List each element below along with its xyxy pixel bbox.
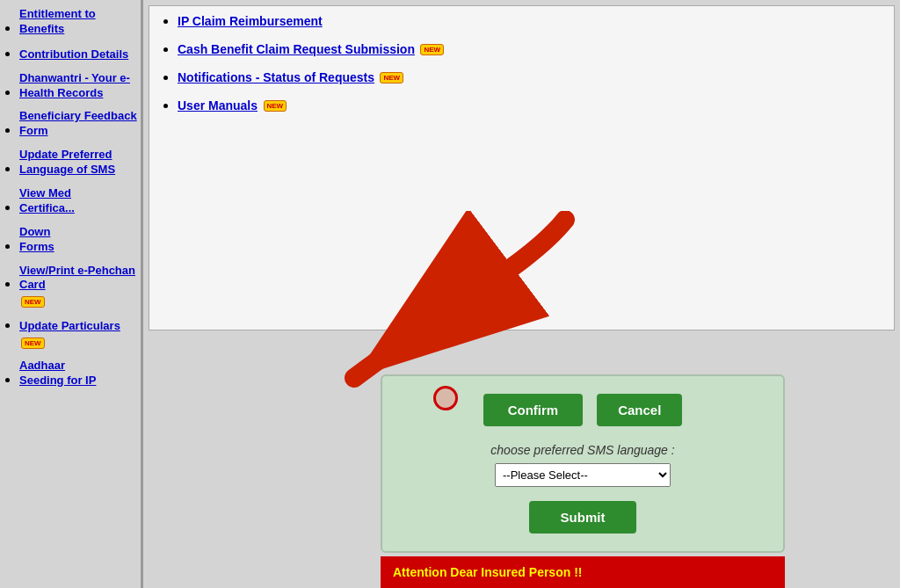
list-item: User Manuals NEW (178, 98, 883, 113)
sidebar-item-contribution[interactable]: Contribution Details (19, 47, 128, 62)
list-item: IP Claim Reimbursement (178, 13, 883, 29)
sidebar-item-update-language[interactable]: Update Preferred Language of SMS (19, 148, 137, 178)
language-label: choose preferred SMS language : (490, 443, 674, 457)
submit-button[interactable]: Submit (529, 501, 637, 534)
list-item: Notifications - Status of Requests NEW (178, 69, 883, 85)
ip-claim-link[interactable]: IP Claim Reimbursement (178, 14, 323, 28)
sidebar-item-dhanwantri[interactable]: Dhanwantri - Your e-Health Records (19, 71, 137, 101)
list-item: Cash Benefit Claim Request Submission NE… (178, 41, 883, 57)
sidebar-nav: Entitlement to Benefits Contribution Det… (4, 7, 137, 388)
new-badge: NEW (264, 100, 287, 112)
list-item: View MedCertifica... (19, 186, 137, 216)
cancel-button[interactable]: Cancel (597, 394, 682, 426)
list-item: View/Print e-Pehchan Card NEW (19, 264, 137, 309)
list-item: Dhanwantri - Your e-Health Records (19, 71, 137, 101)
main-content: IP Claim Reimbursement Cash Benefit Clai… (143, 0, 900, 588)
new-badge: NEW (21, 296, 45, 308)
top-panel: IP Claim Reimbursement Cash Benefit Clai… (149, 5, 895, 330)
main-links-list: IP Claim Reimbursement Cash Benefit Clai… (160, 13, 883, 113)
sidebar-item-aadhaar[interactable]: AadhaarSeeding for IP (19, 359, 96, 388)
new-badge: NEW (380, 72, 403, 83)
sidebar-item-beneficiary[interactable]: Beneficiary Feedback Form (19, 109, 137, 139)
cash-benefit-link[interactable]: Cash Benefit Claim Request Submission (178, 42, 415, 56)
attention-banner: Attention Dear Insured Person !! (381, 556, 785, 588)
new-badge: NEW (21, 338, 45, 349)
list-item: Update Preferred Language of SMS (19, 148, 137, 178)
user-manuals-link[interactable]: User Manuals (178, 98, 258, 113)
cursor-indicator (433, 386, 458, 410)
sidebar-item-view-pehchan[interactable]: View/Print e-Pehchan Card (19, 264, 137, 294)
language-select[interactable]: --Please Select-- English Hindi Marathi … (495, 463, 671, 487)
attention-text: Attention Dear Insured Person !! (393, 565, 582, 579)
sidebar-item-update-particulars[interactable]: Update Particulars (19, 319, 120, 334)
new-badge: NEW (420, 44, 444, 55)
notifications-link[interactable]: Notifications - Status of Requests (178, 70, 374, 84)
sidebar-item-view-med[interactable]: View MedCertifica... (19, 186, 75, 216)
list-item: DownForms (19, 225, 137, 255)
list-item: Entitlement to Benefits (19, 7, 137, 37)
language-section: choose preferred SMS language : --Please… (400, 442, 766, 487)
sidebar: Entitlement to Benefits Contribution Det… (0, 0, 141, 588)
list-item: Update Particulars NEW (19, 317, 137, 350)
sidebar-item-entitlement[interactable]: Entitlement to Benefits (19, 7, 137, 37)
page-wrapper: Entitlement to Benefits Contribution Det… (0, 0, 900, 588)
confirm-button[interactable]: Confirm (483, 394, 584, 426)
list-item: AadhaarSeeding for IP (19, 359, 137, 388)
list-item: Contribution Details (19, 46, 137, 62)
sidebar-item-download-forms[interactable]: DownForms (19, 225, 54, 255)
list-item: Beneficiary Feedback Form (19, 109, 137, 139)
